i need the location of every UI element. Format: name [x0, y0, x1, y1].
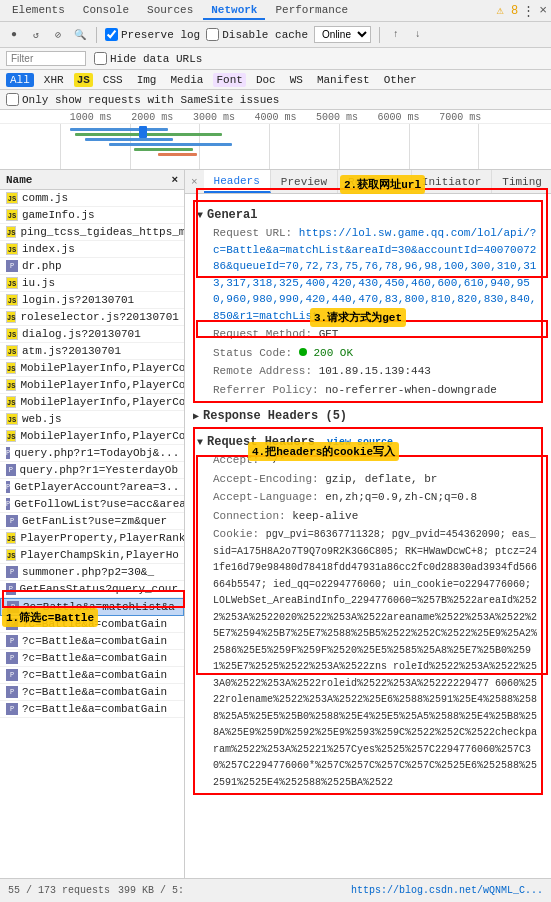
type-filter-other[interactable]: Other: [380, 73, 421, 87]
js-icon: JS: [6, 192, 18, 204]
type-filter-js[interactable]: JS: [74, 73, 93, 87]
preserve-log-label[interactable]: Preserve log: [105, 28, 200, 41]
devtools-window: Elements Console Sources Network Perform…: [0, 0, 551, 902]
list-item[interactable]: P?c=Battle&a=combatGain: [0, 667, 184, 684]
type-filter-ws[interactable]: WS: [286, 73, 307, 87]
general-title: General: [207, 208, 257, 222]
type-filter-all[interactable]: All: [6, 73, 34, 87]
hide-data-urls-label[interactable]: Hide data URLs: [94, 52, 202, 65]
list-item[interactable]: JSatm.js?20130701: [0, 343, 184, 360]
tab-headers[interactable]: Headers: [204, 170, 271, 193]
list-item[interactable]: JSMobilePlayerInfo,PlayerCo: [0, 428, 184, 445]
filter-row: Hide data URLs: [0, 48, 551, 70]
name-column-header: Name: [6, 174, 32, 186]
hide-data-urls-checkbox[interactable]: [94, 52, 107, 65]
samesite-checkbox[interactable]: [6, 93, 19, 106]
tab-initiator[interactable]: Initiator: [412, 170, 492, 193]
tab-network[interactable]: Network: [203, 2, 265, 20]
tab-preview[interactable]: Preview: [271, 170, 338, 193]
list-item[interactable]: P?c=Battle&a=combatGain: [0, 633, 184, 650]
list-item[interactable]: P?c=Battle&a=combatGain: [0, 616, 184, 633]
samesite-label[interactable]: Only show requests with SameSite issues: [6, 93, 279, 106]
request-headers-header[interactable]: ▼ Request Headers view source: [197, 431, 539, 451]
general-header[interactable]: ▼ General: [197, 204, 539, 224]
disable-cache-label[interactable]: Disable cache: [206, 28, 308, 41]
list-item[interactable]: PGetFollowList?use=acc&area=: [0, 496, 184, 513]
filter-input[interactable]: [6, 51, 86, 66]
type-filter-xhr[interactable]: XHR: [40, 73, 68, 87]
connection-value: keep-alive: [292, 510, 358, 522]
tab-console[interactable]: Console: [75, 2, 137, 20]
tab-response[interactable]: Response: [338, 170, 412, 193]
reload-button[interactable]: ↺: [28, 27, 44, 43]
php-icon: P: [6, 686, 18, 698]
divider2: [379, 27, 380, 43]
more-icon[interactable]: ⋮: [522, 3, 535, 19]
preserve-log-checkbox[interactable]: [105, 28, 118, 41]
list-item[interactable]: P?c=Battle&a=combatGain: [0, 684, 184, 701]
list-item[interactable]: Pdr.php: [0, 258, 184, 275]
php-icon: P: [6, 703, 18, 715]
list-item[interactable]: Psummoner.php?p2=30&_: [0, 564, 184, 581]
list-item[interactable]: JSlogin.js?20130701: [0, 292, 184, 309]
tick-3: [269, 124, 270, 170]
list-item[interactable]: JSPlayerProperty,PlayerRank: [0, 530, 184, 547]
list-item[interactable]: JSiu.js: [0, 275, 184, 292]
throttle-select[interactable]: Online: [314, 26, 371, 43]
type-filter-manifest[interactable]: Manifest: [313, 73, 374, 87]
timeline-label-7: 7000 ms: [439, 112, 481, 123]
request-method-label: Request Method:: [213, 328, 319, 340]
timeline-content: [60, 124, 551, 170]
list-item[interactable]: JSping_tcss_tgideas_https_m: [0, 224, 184, 241]
disable-cache-checkbox[interactable]: [206, 28, 219, 41]
request-bar-5: [134, 148, 193, 151]
list-item[interactable]: JSgameInfo.js: [0, 207, 184, 224]
close-icon[interactable]: ×: [539, 3, 547, 18]
accept-label: Accept:: [213, 454, 266, 466]
type-filter-css[interactable]: CSS: [99, 73, 127, 87]
type-filter-font[interactable]: Font: [213, 73, 245, 87]
view-source-link[interactable]: view source: [327, 437, 393, 448]
tick-5: [409, 124, 410, 170]
list-item[interactable]: JSindex.js: [0, 241, 184, 258]
list-item[interactable]: JSMobilePlayerInfo,PlayerCo: [0, 360, 184, 377]
type-filter-doc[interactable]: Doc: [252, 73, 280, 87]
list-item[interactable]: P?c=Battle&a=combatGain: [0, 650, 184, 667]
list-item[interactable]: JSPlayerChampSkin,PlayerHo: [0, 547, 184, 564]
accept-encoding-value: gzip, deflate, br: [325, 473, 437, 485]
js-icon: JS: [6, 549, 16, 561]
referrer-policy-label: Referrer Policy:: [213, 384, 325, 396]
list-item[interactable]: PGetPlayerAccount?area=3..: [0, 479, 184, 496]
list-item[interactable]: P?c=Battle&a=combatGain: [0, 701, 184, 718]
response-headers-title: Response Headers (5): [203, 409, 347, 423]
warning-badge: ⚠ 8: [497, 3, 519, 18]
close-list-icon[interactable]: ×: [171, 174, 178, 186]
list-item[interactable]: Pquery.php?r1=YesterdayOb: [0, 462, 184, 479]
tab-elements[interactable]: Elements: [4, 2, 73, 20]
list-item[interactable]: PGetFansStatus?query_cour: [0, 581, 184, 598]
list-item[interactable]: PGetFanList?use=zm&quer: [0, 513, 184, 530]
selected-request-item[interactable]: P?c=Battle&a=matchList&a: [0, 598, 184, 616]
list-item[interactable]: Pquery.php?r1=TodayObj&...: [0, 445, 184, 462]
record-button[interactable]: ●: [6, 27, 22, 43]
list-item[interactable]: JSdialog.js?20130701: [0, 326, 184, 343]
type-filter-media[interactable]: Media: [166, 73, 207, 87]
response-headers-header[interactable]: ▶ Response Headers (5): [193, 405, 543, 425]
details-close-button[interactable]: ×: [185, 174, 204, 190]
list-item[interactable]: JSMobilePlayerInfo,PlayerCo: [0, 394, 184, 411]
search-icon[interactable]: 🔍: [72, 27, 88, 43]
tab-timing[interactable]: Timing: [492, 170, 551, 193]
request-list-header: Name ×: [0, 170, 184, 190]
tab-sources[interactable]: Sources: [139, 2, 201, 20]
type-filter-img[interactable]: Img: [133, 73, 161, 87]
details-panel: × Headers Preview Response Initiator Tim…: [185, 170, 551, 878]
request-bar-2: [75, 133, 222, 136]
list-item[interactable]: JSweb.js: [0, 411, 184, 428]
tab-performance[interactable]: Performance: [267, 2, 356, 20]
status-dot: [299, 348, 307, 356]
tick-4: [339, 124, 340, 170]
list-item[interactable]: JSroleselector.js?20130701: [0, 309, 184, 326]
list-item[interactable]: JSMobilePlayerInfo,PlayerCo: [0, 377, 184, 394]
list-item[interactable]: JScomm.js: [0, 190, 184, 207]
request-list-body[interactable]: JScomm.js JSgameInfo.js JSping_tcss_tgid…: [0, 190, 184, 878]
